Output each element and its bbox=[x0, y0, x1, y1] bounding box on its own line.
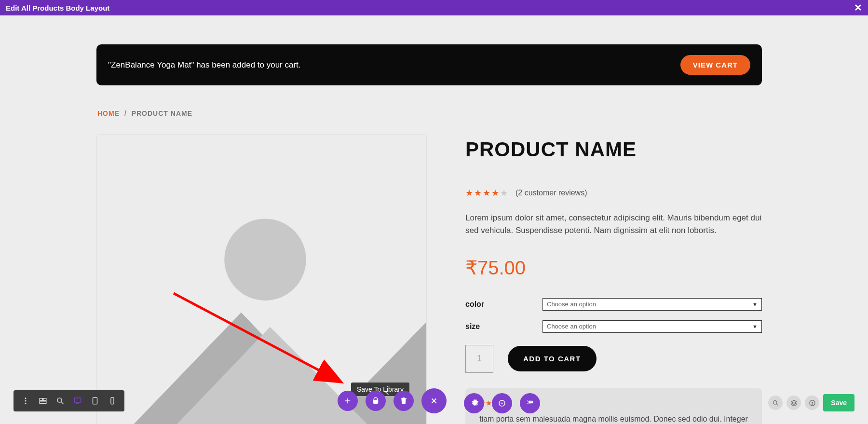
editor-topbar: Edit All Products Body Layout ✕ bbox=[0, 0, 868, 15]
variation-color-label: color bbox=[465, 300, 542, 309]
wireframe-view-icon[interactable] bbox=[35, 393, 51, 409]
view-mode-toolbar bbox=[14, 390, 124, 411]
editor-title: Edit All Products Body Layout bbox=[6, 4, 109, 12]
product-section: PRODUCT NAME ★★★★★ (2 customer reviews) … bbox=[96, 134, 762, 424]
add-to-cart-button[interactable]: ADD TO CART bbox=[508, 346, 597, 371]
product-variations: color Choose an option ▼ size Choose an … bbox=[465, 298, 762, 333]
page-actions-toolbar: ↖ bbox=[338, 388, 447, 413]
product-info: PRODUCT NAME ★★★★★ (2 customer reviews) … bbox=[465, 134, 762, 424]
svg-point-1 bbox=[224, 219, 306, 300]
right-toolbar: ? Save bbox=[768, 394, 854, 411]
help-icon[interactable]: ? bbox=[805, 396, 819, 410]
close-toolbar-button[interactable] bbox=[421, 388, 447, 413]
module-settings-button[interactable] bbox=[464, 393, 484, 413]
breadcrumb-current: PRODUCT NAME bbox=[132, 109, 192, 117]
close-icon[interactable]: ✕ bbox=[854, 3, 862, 13]
chevron-down-icon: ▼ bbox=[752, 301, 758, 307]
variation-size-value: Choose an option bbox=[547, 323, 596, 330]
view-cart-button[interactable]: VIEW CART bbox=[680, 55, 750, 75]
product-price: ₹75.00 bbox=[465, 257, 762, 279]
save-to-library-button[interactable]: ↖ bbox=[366, 391, 386, 411]
svg-point-10 bbox=[25, 403, 27, 404]
save-button[interactable]: Save bbox=[823, 394, 854, 411]
svg-rect-16 bbox=[74, 398, 81, 402]
breadcrumb-separator: / bbox=[124, 109, 127, 117]
svg-rect-12 bbox=[43, 398, 46, 401]
module-duplicate-button[interactable] bbox=[492, 393, 512, 413]
svg-rect-13 bbox=[40, 401, 46, 404]
svg-text:?: ? bbox=[811, 401, 814, 405]
breadcrumb-home[interactable]: HOME bbox=[97, 109, 120, 117]
module-toolbar bbox=[464, 393, 540, 413]
svg-rect-19 bbox=[111, 397, 114, 404]
product-title: PRODUCT NAME bbox=[465, 138, 762, 161]
search-icon[interactable] bbox=[768, 396, 783, 410]
product-rating-row: ★★★★★ (2 customer reviews) bbox=[465, 188, 762, 198]
svg-point-7 bbox=[502, 403, 503, 404]
mobile-view-icon[interactable] bbox=[104, 393, 121, 409]
product-description: Lorem ipsum dolor sit amet, consectetur … bbox=[465, 212, 762, 237]
delete-button[interactable] bbox=[393, 391, 414, 411]
variation-color-value: Choose an option bbox=[547, 301, 596, 308]
svg-point-14 bbox=[57, 398, 62, 402]
svg-rect-18 bbox=[93, 397, 97, 404]
page-canvas: "ZenBalance Yoga Mat" has been added to … bbox=[0, 15, 868, 424]
add-section-button[interactable] bbox=[338, 391, 358, 411]
add-to-cart-row: 1 ADD TO CART bbox=[465, 345, 762, 373]
svg-line-21 bbox=[776, 404, 778, 405]
zoom-icon[interactable] bbox=[52, 393, 68, 409]
svg-rect-11 bbox=[40, 398, 42, 401]
quantity-input[interactable]: 1 bbox=[465, 345, 493, 373]
tablet-view-icon[interactable] bbox=[87, 393, 103, 409]
variation-color-row: color Choose an option ▼ bbox=[465, 298, 762, 311]
notice-message: "ZenBalance Yoga Mat" has been added to … bbox=[108, 60, 301, 70]
module-move-button[interactable] bbox=[520, 393, 540, 413]
desktop-view-icon[interactable] bbox=[69, 393, 86, 409]
star-rating: ★★★★★ bbox=[465, 188, 509, 198]
review-text: tiam porta sem malesuada magna mollis eu… bbox=[479, 413, 748, 424]
svg-line-15 bbox=[61, 402, 64, 404]
svg-point-20 bbox=[773, 400, 777, 404]
variation-size-label: size bbox=[465, 322, 542, 331]
more-options-icon[interactable] bbox=[17, 393, 34, 409]
variation-color-select[interactable]: Choose an option ▼ bbox=[542, 298, 762, 311]
svg-point-8 bbox=[25, 397, 27, 399]
cursor-icon: ↖ bbox=[384, 389, 390, 397]
breadcrumb: HOME / PRODUCT NAME bbox=[97, 109, 762, 117]
svg-point-9 bbox=[25, 400, 27, 402]
variation-size-select[interactable]: Choose an option ▼ bbox=[542, 320, 762, 333]
cart-notice: "ZenBalance Yoga Mat" has been added to … bbox=[96, 44, 762, 85]
layers-icon[interactable] bbox=[787, 396, 801, 410]
chevron-down-icon: ▼ bbox=[752, 324, 758, 329]
reviews-count[interactable]: (2 customer reviews) bbox=[515, 189, 587, 197]
variation-size-row: size Choose an option ▼ bbox=[465, 320, 762, 333]
product-image-placeholder bbox=[96, 134, 427, 424]
